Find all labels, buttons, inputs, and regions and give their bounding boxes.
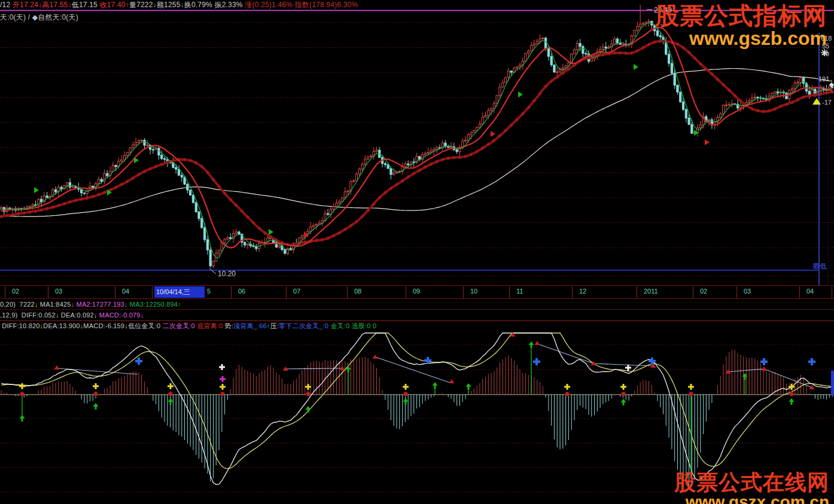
candle-body: [358, 169, 360, 174]
watermark-top: 股票公式指标网 www.gszb.com: [655, 4, 827, 48]
text-token: 收17.40: [99, 1, 125, 9]
candle-body: [144, 140, 145, 145]
right-axis-label: 191: [818, 75, 829, 83]
text-token: 换0.79%: [184, 1, 215, 9]
candle-body: [203, 228, 205, 240]
text-token: MA3:12250.894: [130, 301, 178, 308]
green-up-arrow: [20, 415, 25, 421]
candle-body: [573, 50, 575, 54]
candle-body: [313, 225, 315, 227]
candle-body: [112, 166, 114, 172]
chart-layer[interactable]: 20.4910.206185549191最低-17: [0, 0, 834, 504]
candle-body: [46, 196, 48, 198]
candle-body: [192, 195, 194, 203]
date-label[interactable]: 02: [12, 288, 19, 295]
date-label[interactable]: 06: [238, 288, 245, 295]
candle-body: [201, 218, 203, 227]
date-label[interactable]: 2011: [644, 288, 658, 295]
date-label[interactable]: 03: [744, 288, 751, 295]
date-label[interactable]: 11: [516, 288, 523, 295]
candle-body: [327, 213, 328, 215]
text-token: 指数(178.94)6.30%: [295, 1, 358, 9]
right-edge-blue-bar: [831, 371, 834, 395]
candle-body: [490, 109, 492, 111]
candle-body: [244, 242, 246, 245]
candle-body: [152, 149, 154, 150]
date-label[interactable]: 02: [700, 288, 707, 295]
green-up-arrow: [529, 341, 534, 348]
red-peak-triangle: [809, 385, 815, 389]
candle-body: [519, 65, 521, 67]
candle-body: [739, 106, 741, 108]
candle-body: [355, 174, 357, 181]
candle-body: [98, 179, 99, 184]
candle-body: [419, 156, 421, 159]
red-peak-triangle: [373, 355, 378, 359]
text-token: DIFF:0.052: [22, 311, 56, 319]
candle-body: [777, 91, 778, 93]
text-token: 二次金叉:0: [163, 322, 197, 329]
candle-body: [599, 50, 601, 51]
text-token: 低位金叉:0: [128, 322, 163, 329]
candle-body: [163, 158, 165, 159]
candle-body: [92, 186, 94, 187]
date-label[interactable]: 07: [293, 288, 300, 295]
candle-body: [542, 38, 544, 39]
candle-body: [751, 98, 753, 101]
date-label[interactable]: 08: [354, 288, 361, 295]
rope-ma-diamond: [182, 158, 187, 162]
divergence-trendline: [593, 364, 652, 366]
date-highlight-cursor[interactable]: 10/04/14,三: [154, 286, 205, 298]
date-label[interactable]: 04: [806, 288, 814, 295]
text-token: ↓: [94, 311, 99, 319]
candle-body: [175, 167, 177, 169]
date-label[interactable]: 5: [207, 288, 211, 295]
text-token: 天:0(天) /: [0, 13, 32, 22]
candle-body: [634, 30, 635, 36]
candle-body: [482, 117, 483, 124]
text-token: 0: [373, 322, 376, 329]
green-up-arrow: [742, 373, 748, 380]
candle-body: [284, 249, 286, 253]
text-token: 量7222: [129, 1, 153, 9]
watermark-bottom-url: www.gszx.com.cn: [674, 493, 829, 504]
green-up-arrow: [466, 383, 471, 390]
date-label[interactable]: 03: [55, 288, 62, 295]
low-price-label: 10.20: [218, 270, 236, 278]
text-token: 顶背离_:66: [233, 322, 267, 329]
candle-body: [106, 173, 108, 176]
divergence-trendline: [537, 344, 593, 364]
candle-body: [485, 116, 486, 117]
candle-body: [376, 150, 378, 151]
separator-line: [0, 320, 834, 321]
date-label[interactable]: 12: [579, 288, 586, 295]
month-tick: [347, 286, 348, 298]
candle-body: [725, 105, 727, 106]
date-label[interactable]: 09: [413, 288, 420, 295]
rope-ma-diamond: [624, 51, 628, 56]
candle-body: [206, 240, 208, 250]
candle-body: [791, 88, 793, 90]
yellow-up-triangle: [812, 98, 821, 105]
chart-svg[interactable]: 20.4910.206185549191最低-17: [0, 0, 834, 504]
candle-body: [547, 48, 549, 56]
candle-body: [347, 191, 349, 191]
candle-body: [576, 44, 578, 50]
drawing-tool-row: 天:0(天) / ◆自然天:0(天): [0, 13, 78, 22]
date-label[interactable]: 10: [470, 288, 477, 295]
candle-body: [640, 24, 641, 26]
candle-body: [502, 83, 504, 87]
text-token: 高17.55: [42, 1, 68, 9]
candle-body: [516, 67, 518, 68]
month-tick: [48, 286, 48, 298]
date-axis[interactable]: 10/04/14,三 02030450607080910111220110203…: [0, 286, 834, 299]
month-tick: [799, 286, 800, 298]
candle-body: [129, 148, 131, 152]
candle-body: [190, 190, 191, 195]
text-token: 涨(0.25)1.46%: [245, 1, 294, 9]
date-label[interactable]: 04: [122, 288, 129, 295]
topbar-quote-row: /12 开17.24↓高17.55↓低17.15 收17.40↑量7222↓额1…: [0, 1, 358, 10]
red-dot-marker: [306, 392, 311, 396]
candle-body: [393, 173, 395, 174]
candle-body: [138, 140, 139, 142]
